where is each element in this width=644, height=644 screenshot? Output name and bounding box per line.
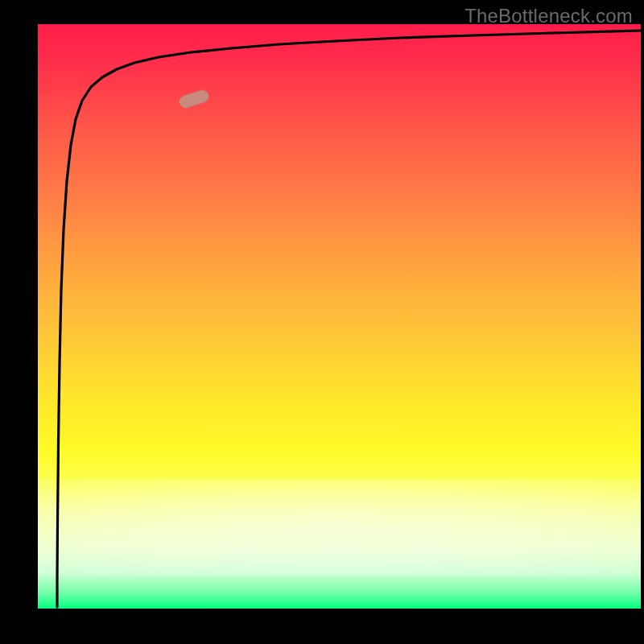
plot-area xyxy=(38,24,641,609)
watermark-text: TheBottleneck.com xyxy=(464,5,633,27)
chart-frame: TheBottleneck.com xyxy=(0,0,644,644)
